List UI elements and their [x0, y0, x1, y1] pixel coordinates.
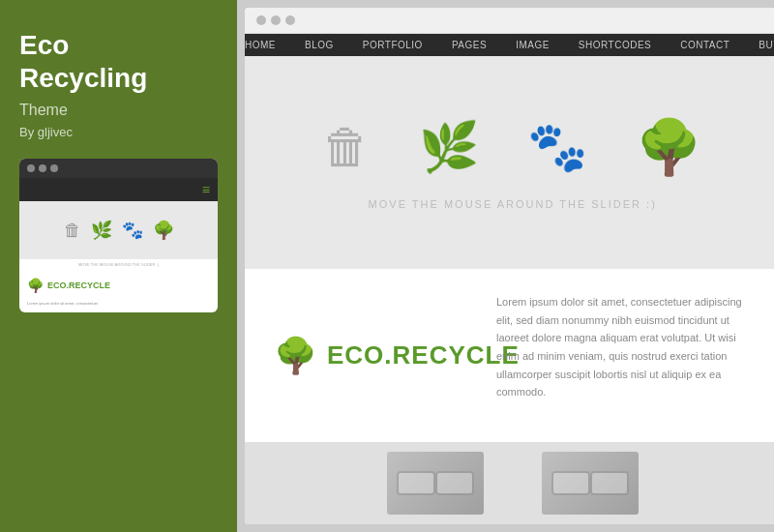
logo-text: ECO.RECYCLE [327, 340, 520, 370]
hero-trash-icon: 🗑 [322, 119, 371, 175]
mini-dot-1 [27, 164, 35, 172]
bottom-panel [245, 442, 774, 524]
nav-item-portfolio[interactable]: PORTFOLIO [363, 40, 423, 50]
hero-icons: 🗑 🌿 🐾 🌳 [322, 116, 702, 179]
mini-logo-area: 🌳 ECO.RECYCLE [19, 270, 218, 301]
mini-leaf-icon: 🌿 [91, 220, 112, 241]
mini-trash-icon: 🗑 [64, 221, 81, 241]
panel-light-3 [551, 471, 590, 495]
content-area: 🌳 ECO.RECYCLE Lorem ipsum dolor sit amet… [245, 269, 774, 442]
browser-dot-3 [285, 15, 295, 25]
main-area: HOME BLOG PORTFOLIO PAGES IMAGE SHORTCOD… [237, 0, 774, 532]
mini-dot-2 [39, 164, 46, 172]
browser-dot-2 [271, 15, 281, 25]
nav-item-contact[interactable]: CONTACT [680, 40, 729, 50]
panel-light-4 [590, 471, 629, 495]
hero-paw-icon: 🐾 [527, 119, 587, 175]
nav-item-pages[interactable]: PAGES [452, 40, 487, 50]
hero-tree-icon: 🌳 [636, 116, 702, 179]
sidebar-author: By gljivec [19, 125, 218, 139]
mini-browser-preview: ≡ 🗑 🌿 🐾 🌳 MOVE THE MOUSE AROUND THE SLID… [19, 159, 218, 312]
mini-paw-icon: 🐾 [122, 220, 143, 241]
nav-item-blog[interactable]: BLOG [305, 40, 334, 50]
mini-logo-tree-icon: 🌳 [27, 278, 44, 293]
mini-hero-area: 🗑 🌿 🐾 🌳 [19, 201, 218, 259]
panel-light-1 [397, 471, 435, 495]
nav-item-home[interactable]: HOME [245, 40, 276, 50]
bottom-panel-item-1 [387, 452, 484, 515]
bottom-panel-item-2 [542, 452, 639, 515]
hero-slider-text: MOVE THE MOUSE AROUND THE SLIDER :) [369, 198, 657, 210]
browser-dot-1 [256, 15, 266, 25]
mini-lorem-text: Lorem ipsum dolor sit amet, consectetuer [19, 301, 218, 312]
sidebar-subtitle: Theme [19, 102, 218, 119]
title-line2: Recycling [19, 63, 147, 93]
content-logo: 🌳 ECO.RECYCLE [274, 293, 467, 418]
hero-area: 🗑 🌿 🐾 🌳 MOVE THE MOUSE AROUND THE SLIDER… [245, 56, 774, 269]
browser-top-bar [245, 8, 774, 34]
content-lorem-text: Lorem ipsum dolor sit amet, consectetuer… [496, 293, 751, 418]
title-line1: Eco [19, 30, 69, 60]
mini-slider-text: MOVE THE MOUSE AROUND THE SLIDER :) [19, 259, 218, 270]
nav-item-shortcodes[interactable]: SHORTCODES [579, 40, 651, 50]
mini-logo-text: ECO.RECYCLE [47, 281, 110, 290]
mini-nav: ≡ [19, 178, 218, 201]
panel-light-2 [435, 471, 474, 495]
logo-tree-icon: 🌳 [274, 336, 317, 376]
mini-browser-bar [19, 159, 218, 178]
hero-leaf-icon: 🌿 [419, 119, 479, 175]
browser-nav: HOME BLOG PORTFOLIO PAGES IMAGE SHORTCOD… [245, 34, 774, 56]
nav-item-buy[interactable]: BUY [759, 40, 774, 50]
sidebar-title: Eco Recycling [19, 29, 218, 94]
sidebar: Eco Recycling Theme By gljivec ≡ 🗑 🌿 🐾 🌳… [0, 0, 237, 532]
mini-dot-3 [50, 164, 58, 172]
browser-window: HOME BLOG PORTFOLIO PAGES IMAGE SHORTCOD… [245, 8, 774, 524]
mini-tree-icon: 🌳 [153, 220, 174, 241]
nav-item-image[interactable]: IMAGE [516, 40, 550, 50]
mini-nav-icon: ≡ [202, 182, 210, 197]
